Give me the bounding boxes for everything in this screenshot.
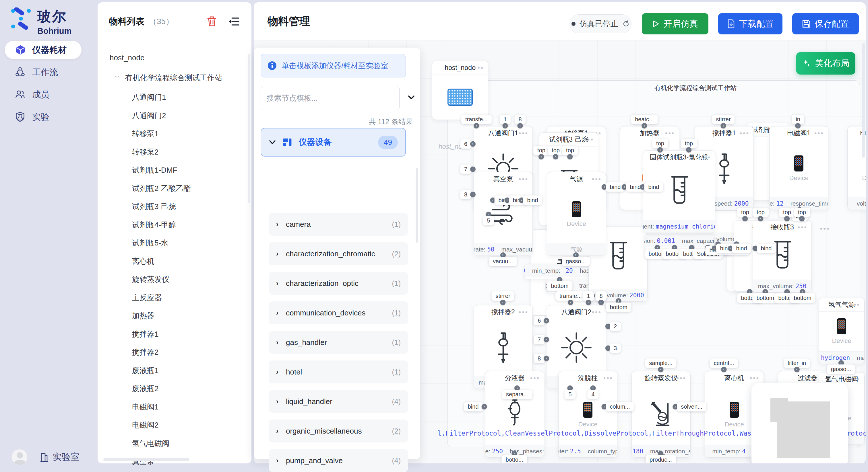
port-7[interactable]: 7› <box>460 165 476 174</box>
tree-item[interactable]: 电磁阀1 <box>132 402 158 412</box>
node-menu-icon[interactable]: ••• <box>592 175 601 183</box>
sidebar-item-instruments[interactable]: 仪器耗材 <box>5 41 82 59</box>
port-handle-icon[interactable]: ‹ <box>568 300 574 305</box>
start-simulation-button[interactable]: 开启仿真 <box>642 13 708 34</box>
node-氢气气源[interactable]: 氢气气源•••Device_type: hydrogenmax_pre <box>818 298 865 364</box>
port-transfe[interactable]: transfe...‹ <box>461 115 492 129</box>
port-handle-icon[interactable]: › <box>482 404 487 409</box>
tree-item[interactable]: 搅拌器2 <box>132 347 158 357</box>
node-menu-icon[interactable]: ••• <box>603 374 613 382</box>
node-menu-icon[interactable]: ••• <box>665 129 675 137</box>
port-handle-icon[interactable]: ‹ <box>743 216 748 222</box>
port-handle-icon[interactable]: › <box>470 167 476 172</box>
tree-item[interactable]: 试剂瓶1-DMF <box>132 165 177 175</box>
port-in[interactable]: in‹ <box>792 115 804 129</box>
download-config-button[interactable]: 下载配置 <box>718 13 782 34</box>
avatar[interactable] <box>11 449 28 465</box>
search-input[interactable] <box>267 94 387 103</box>
minimap[interactable] <box>751 383 848 463</box>
category-row-characterization_chromatic[interactable]: › characterization_chromatic (2) <box>269 242 408 265</box>
category-row-organic_miscellaneous[interactable]: › organic_miscellaneous (2) <box>269 419 408 442</box>
tree-item[interactable]: 转移泵1 <box>132 129 158 139</box>
port-handle-icon[interactable]: ‹ <box>586 300 591 305</box>
port-handle-icon[interactable]: ‹ <box>518 123 523 129</box>
sidebar-item-workflow[interactable]: 工作流 <box>5 63 82 81</box>
tree-item[interactable]: 八通阀门1 <box>132 92 166 102</box>
port-handle-icon[interactable]: ‹ <box>658 147 663 153</box>
port-bottom[interactable]: ›bottom <box>606 298 631 312</box>
port-handle-icon[interactable]: ‹ <box>567 154 573 160</box>
node-真空泵[interactable]: 真空泵•••pump_rate: 50max_vacuum: 0.1 <box>474 172 533 256</box>
port-transfe[interactable]: transfe...‹ <box>555 291 586 305</box>
port-gasso[interactable]: ›gasso... <box>827 360 855 374</box>
port-produc[interactable]: ›produc... <box>646 451 676 463</box>
sidebar-item-members[interactable]: 成员 <box>5 86 82 104</box>
sidebar-item-lab[interactable]: 实验室 <box>40 451 80 463</box>
port-handle-icon[interactable]: › <box>544 356 549 361</box>
tree-item-station[interactable]: ﹀ 有机化学流程综合测试工作站 <box>114 73 222 83</box>
port-8[interactable]: 8› <box>534 354 549 363</box>
port-gasso[interactable]: ›gasso... <box>562 252 590 266</box>
category-row-pump_and_valve[interactable]: › pump_and_valve (4) <box>269 449 408 472</box>
port-handle-icon[interactable]: ‹ <box>500 300 505 305</box>
port-bottom[interactable]: ›bottom <box>789 289 815 303</box>
port-handle-icon[interactable]: ‹ <box>799 216 805 222</box>
tree-item[interactable]: 电磁阀2 <box>132 420 158 430</box>
tree-item[interactable]: 试剂瓶2-乙酸乙酯 <box>132 183 191 194</box>
tree-item[interactable]: 废液瓶1 <box>132 366 158 376</box>
tree-item[interactable]: 试剂瓶3-己烷 <box>132 202 176 212</box>
port-8[interactable]: 8› <box>460 190 476 199</box>
template-scrollbar[interactable] <box>415 168 418 243</box>
port-solven[interactable]: ‹solven... <box>673 402 706 411</box>
port-handle-icon[interactable]: ‹ <box>784 216 790 222</box>
refresh-icon[interactable] <box>622 20 630 28</box>
port-top[interactable]: top‹ <box>533 146 549 160</box>
tree-item[interactable]: 试剂瓶4-甲醇 <box>132 220 176 230</box>
port-handle-icon[interactable]: › <box>470 192 476 197</box>
port-4[interactable]: ›4 <box>587 385 598 399</box>
canvas-scrollbar[interactable] <box>862 43 865 158</box>
port-handle-icon[interactable]: ‹ <box>758 216 764 222</box>
port-handle-icon[interactable]: ‹ <box>795 123 801 129</box>
port-top[interactable]: top‹ <box>753 208 769 222</box>
port-colum[interactable]: ‹colum... <box>601 402 634 411</box>
port-5[interactable]: ›5 <box>564 385 576 399</box>
port-handle-icon[interactable]: ‹ <box>721 367 726 372</box>
tree-item[interactable]: 氢气电磁阀 <box>132 438 169 448</box>
node-menu-icon[interactable]: ••• <box>584 136 594 144</box>
port-top[interactable]: top‹ <box>681 139 697 153</box>
port-handle-icon[interactable]: › <box>544 318 549 324</box>
port-3[interactable]: ‹3 <box>606 343 621 353</box>
port-bind[interactable]: ‹bind <box>640 182 663 192</box>
node-menu-icon[interactable]: ••• <box>850 375 860 383</box>
beautify-layout-button[interactable]: 美化布局 <box>796 52 856 74</box>
node-气源[interactable]: 气源•••Device气源 <box>547 172 606 256</box>
collapse-panel-icon[interactable] <box>228 16 240 27</box>
node-menu-icon[interactable]: ••• <box>677 374 686 382</box>
tree-item[interactable]: 旋转蒸发仪 <box>132 274 169 284</box>
tree-item[interactable]: 试剂瓶5-水 <box>132 238 168 248</box>
port-handle-icon[interactable]: ‹ <box>503 123 508 129</box>
port-bind[interactable]: ‹bind <box>728 244 751 253</box>
port-top[interactable]: top‹ <box>652 139 668 153</box>
category-row-gas_handler[interactable]: › gas_handler (1) <box>269 331 408 354</box>
port-bottom[interactable]: ›bottom <box>547 277 572 291</box>
port-handle-icon[interactable]: ‹ <box>686 147 692 153</box>
port-handle-icon[interactable]: › <box>544 337 549 342</box>
port-1[interactable]: 1‹ <box>583 291 594 305</box>
port-5[interactable]: ›5 <box>483 212 494 225</box>
node-分液器[interactable]: 分液器•••volume: 250has_phases: true <box>485 371 544 458</box>
port-vacuu[interactable]: ›vacuu... <box>489 252 517 266</box>
simulation-status-pill[interactable]: 仿真已停止 <box>569 14 631 33</box>
category-row-communication_devices[interactable]: › communication_devices (1) <box>269 301 408 324</box>
tree-item[interactable]: 废液瓶2 <box>132 384 158 394</box>
port-stirrer[interactable]: stirrer‹ <box>491 291 514 305</box>
node-menu-icon[interactable]: ••• <box>530 374 540 382</box>
category-row-camera[interactable]: › camera (1) <box>269 213 408 236</box>
chevron-down-icon[interactable]: ﹀ <box>114 73 121 82</box>
sidebar-item-experiments[interactable]: 实验 <box>5 108 82 126</box>
node-menu-icon[interactable]: ••• <box>798 224 807 231</box>
port-separa[interactable]: ›separa... <box>502 385 532 399</box>
node-menu-icon[interactable]: ••• <box>750 374 760 382</box>
port-8[interactable]: 8‹ <box>595 291 607 305</box>
